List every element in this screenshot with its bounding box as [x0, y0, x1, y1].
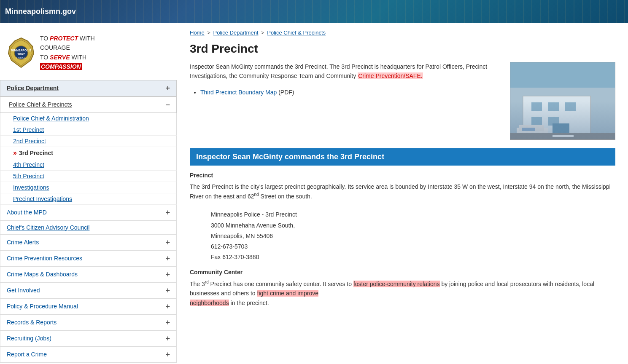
svg-rect-20 [522, 128, 535, 131]
precinct-section: Precinct The 3rd Precinct is the city's … [190, 172, 615, 201]
resource-links: Third Precinct Boundary Map (PDF) [200, 87, 501, 98]
address-street: 3000 Minnehaha Avenue South, [211, 220, 615, 231]
svg-rect-7 [510, 88, 615, 140]
sidebar-records-reports[interactable]: Records & Reports + [0, 315, 177, 331]
precinct-section-title: Precinct [190, 172, 615, 179]
svg-text:POLICE: POLICE [16, 56, 26, 59]
police-badge-icon: MINNEAPOLIS 1867 POLICE [6, 36, 36, 70]
sidebar-chiefs-council[interactable]: Chief's Citizen Advisory Council [0, 221, 177, 235]
precinct-description: The 3rd Precinct is the city's largest p… [190, 182, 615, 201]
sidebar-subitems: Police Chief & Administration 1st Precin… [0, 113, 177, 205]
inspector-header-bar: Inspector Sean McGinty commands the 3rd … [190, 148, 615, 166]
breadcrumb: Home > Police Department > Police Chief … [190, 29, 615, 36]
sidebar-sub-3rd[interactable]: » 3rd Precinct [0, 147, 177, 159]
logo-area: MINNEAPOLIS 1867 POLICE TO PROTECT WITH … [0, 27, 177, 80]
list-item-map: Third Precinct Boundary Map (PDF) [200, 87, 501, 98]
svg-rect-11 [548, 102, 559, 111]
sidebar-sub-1st[interactable]: 1st Precinct [0, 124, 177, 136]
crime-prevention-highlight: Crime Prevention/SAFE. [358, 72, 423, 79]
sidebar-about-mpd[interactable]: About the MPD + [0, 205, 177, 221]
svg-rect-17 [519, 125, 544, 131]
sidebar-sub-4th[interactable]: 4th Precinct [0, 159, 177, 171]
sidebar-report-crime[interactable]: Report a Crime + [0, 347, 177, 363]
sidebar-crime-alerts[interactable]: Crime Alerts + [0, 235, 177, 251]
header-banner: Minneapolismn.gov [0, 0, 628, 23]
community-section-title: Community Center [190, 269, 615, 276]
svg-rect-14 [548, 117, 559, 126]
breadcrumb-section[interactable]: Police Chief & Precincts [267, 29, 326, 36]
community-section: Community Center The 3rd Precinct has on… [190, 269, 615, 308]
content-area: Home > Police Department > Police Chief … [177, 23, 628, 364]
sidebar-sub-5th[interactable]: 5th Precinct [0, 171, 177, 182]
sidebar-police-chief[interactable]: Police Chief & Precincts – [0, 96, 177, 113]
sidebar-crime-prevention[interactable]: Crime Prevention Resources + [0, 251, 177, 267]
site-title: Minneapolismn.gov [5, 7, 76, 16]
address-city: Minneapolis, MN 55406 [211, 231, 615, 241]
svg-rect-16 [517, 128, 548, 138]
sidebar-policy-manual[interactable]: Policy & Procedure Manual + [0, 299, 177, 315]
address-phone: 612-673-5703 [211, 241, 615, 252]
address-block: Minneapolis Police - 3rd Precinct 3000 M… [211, 209, 615, 262]
svg-rect-22 [553, 135, 574, 137]
foster-highlight: foster police-community relations [353, 281, 440, 287]
svg-rect-21 [510, 133, 615, 140]
svg-rect-10 [531, 102, 542, 111]
breadcrumb-home[interactable]: Home [190, 29, 205, 36]
svg-rect-15 [553, 123, 569, 134]
sidebar-sub-investigations[interactable]: Investigations [0, 182, 177, 193]
content-top-section: Inspector Sean McGinty commands the 3rd … [190, 62, 615, 140]
fight-crime-highlight: fight crime and improve [257, 290, 319, 297]
sidebar: MINNEAPOLIS 1867 POLICE TO PROTECT WITH … [0, 23, 177, 364]
address-name: Minneapolis Police - 3rd Precinct [211, 209, 615, 220]
sidebar-sub-2nd[interactable]: 2nd Precinct [0, 136, 177, 147]
sidebar-crime-maps[interactable]: Crime Maps & Dashboards + [0, 267, 177, 283]
page-title: 3rd Precinct [190, 42, 615, 56]
svg-text:1867: 1867 [17, 52, 25, 56]
boundary-map-link[interactable]: Third Precinct Boundary Map [200, 89, 277, 96]
sidebar-police-dept[interactable]: Police Department + [0, 80, 177, 96]
sidebar-recruiting[interactable]: Recruiting (Jobs) + [0, 331, 177, 347]
intro-text-block: Inspector Sean McGinty commands the 3rd … [190, 62, 501, 140]
precinct-image [510, 62, 615, 140]
svg-point-19 [539, 136, 545, 140]
sidebar-get-involved[interactable]: Get Involved + [0, 283, 177, 299]
community-description: The 3rd Precinct has one community safet… [190, 279, 615, 308]
svg-rect-9 [523, 96, 590, 134]
svg-rect-13 [531, 117, 542, 126]
svg-rect-6 [510, 62, 615, 140]
neighborhoods-highlight: neighborhoods [190, 300, 229, 306]
precinct-building-svg [510, 62, 615, 140]
intro-paragraph: Inspector Sean McGinty commands the 3rd … [190, 62, 501, 81]
svg-rect-12 [565, 102, 576, 111]
address-fax: Fax 612-370-3880 [211, 252, 615, 262]
sidebar-sub-precinct-investigations[interactable]: Precinct Investigations [0, 193, 177, 205]
svg-text:MINNEAPOLIS: MINNEAPOLIS [11, 49, 32, 52]
motto-text: TO PROTECT WITH COURAGE TO SERVE WITH CO… [40, 34, 95, 72]
sidebar-sub-admin[interactable]: Police Chief & Administration [0, 113, 177, 124]
breadcrumb-dept[interactable]: Police Department [213, 29, 259, 36]
current-page-arrow: » [13, 149, 17, 157]
sidebar-nav: Police Department + Police Chief & Preci… [0, 80, 177, 363]
svg-point-18 [519, 136, 525, 140]
svg-rect-8 [523, 96, 590, 134]
